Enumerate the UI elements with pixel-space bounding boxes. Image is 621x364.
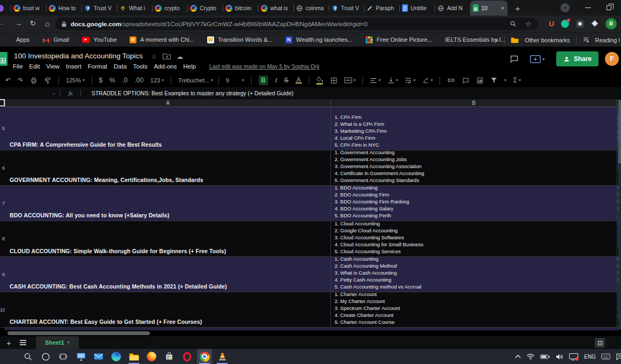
vertical-align-button[interactable]: ▾ (388, 77, 398, 84)
menu-format[interactable]: Format (88, 63, 107, 70)
cell-a[interactable]: BDO ACCOUNTING: All you need to know (+S… (5, 186, 331, 221)
tab-close-button[interactable]: × (501, 5, 505, 11)
browser-tab[interactable]: Paraph (364, 1, 399, 16)
browser-tab[interactable]: trust w (11, 1, 46, 16)
tray-expand-icon[interactable] (515, 354, 521, 359)
volume-icon[interactable] (555, 353, 564, 360)
taskbar-monitor-button[interactable] (73, 349, 88, 364)
decrease-decimal-button[interactable]: .0 (122, 77, 127, 84)
zoom-select[interactable]: 125%▾ (66, 77, 85, 84)
row-number[interactable]: 5 (0, 126, 5, 131)
browser-tab[interactable]: Add N (435, 1, 470, 16)
browser-tab[interactable]: bitcoin (223, 1, 258, 16)
taskbar-vlc-button[interactable] (215, 349, 230, 364)
battery-icon[interactable] (540, 354, 550, 360)
undo-button[interactable]: ↶ (5, 77, 11, 84)
taskbar-explorer-button[interactable] (126, 349, 141, 364)
menu-file[interactable]: File (13, 63, 23, 70)
insert-comment-button[interactable] (462, 77, 469, 84)
paint-format-button[interactable] (44, 77, 51, 84)
forward-button[interactable]: → (15, 19, 22, 27)
taskbar-firefox-button[interactable] (144, 349, 159, 364)
row-number[interactable]: 9 (0, 272, 5, 277)
browser-profile-avatar[interactable]: R (605, 18, 617, 29)
taskbar-mail-button[interactable] (91, 349, 106, 364)
bookmark-item[interactable]: Apps (16, 36, 29, 43)
row-number[interactable]: 7 (0, 201, 5, 206)
present-to-meeting-button[interactable]: ▾ (525, 52, 550, 66)
browser-tab[interactable]: crypto (152, 1, 187, 16)
borders-button[interactable] (330, 77, 337, 84)
reload-button[interactable]: ↻ (30, 19, 36, 27)
print-button[interactable] (30, 77, 37, 84)
window-restore-button[interactable] (607, 5, 611, 10)
bookmarks-overflow-button[interactable]: » (495, 36, 498, 44)
font-size-select[interactable]: 9▾ (226, 77, 244, 84)
taskbar-store-button[interactable] (162, 349, 177, 364)
text-wrap-button[interactable]: ▾ (405, 77, 415, 84)
text-rotation-button[interactable]: ▾ (422, 77, 433, 84)
comment-history-icon[interactable] (510, 55, 519, 63)
action-center-icon[interactable] (616, 353, 621, 361)
text-color-button[interactable]: A (296, 77, 302, 84)
row-number[interactable]: 6 (0, 165, 5, 171)
star-document-icon[interactable]: ☆ (151, 53, 157, 60)
bookmark-item[interactable]: Free Online Picture... (366, 36, 433, 43)
taskbar-chrome-button[interactable] (197, 349, 212, 364)
browser-tab[interactable]: Crypto (187, 1, 223, 16)
home-button[interactable]: ⌂ (45, 19, 49, 28)
browser-tab[interactable] (0, 1, 11, 16)
column-header-a[interactable]: A (5, 99, 331, 107)
font-select[interactable]: Trebuchet...▾ (178, 77, 211, 84)
cell-b[interactable]: 1. Charter Account2. My Charter Account3… (331, 292, 617, 327)
move-to-folder-icon[interactable] (163, 53, 171, 59)
language-indicator[interactable]: ENG (584, 354, 596, 360)
horizontal-align-button[interactable]: ▾ (370, 78, 381, 84)
menu-view[interactable]: View (46, 63, 59, 70)
increase-decimal-button[interactable]: .00 (134, 77, 143, 84)
cell-a[interactable]: CLOUD ACCOUNTING: Simple Walk-thorugh Gu… (5, 221, 331, 256)
cell-b[interactable]: 1. Cash Accounting2. Cash Accounting Met… (331, 257, 617, 292)
bookmark-item[interactable]: Gmail (42, 36, 69, 43)
screen-cast-icon[interactable] (569, 353, 579, 361)
bold-button[interactable]: B (259, 75, 268, 85)
menu-data[interactable]: Data (113, 63, 126, 70)
cell-b[interactable]: 1. BDO Accounting2. BDO Accounting Firm3… (331, 186, 617, 221)
browser-tab[interactable]: How to (46, 1, 81, 16)
row-number[interactable]: 10 (0, 307, 5, 313)
touch-keyboard-icon[interactable] (601, 353, 610, 360)
menu-insert[interactable]: Insert (66, 63, 81, 70)
wifi-icon[interactable] (526, 353, 535, 360)
bookmark-item[interactable]: NWealth.ng launches... (285, 36, 353, 43)
redo-button[interactable]: ↷ (18, 77, 23, 84)
strikethrough-button[interactable]: S (284, 77, 289, 84)
add-sheet-button[interactable]: + (6, 338, 11, 347)
cell-a[interactable]: CHARTER ACCOUNT: Best Easy Guide to Get … (5, 292, 331, 327)
explore-button[interactable] (595, 338, 605, 348)
cell-b[interactable]: 1. Government Accounting2. Government Ac… (331, 150, 617, 185)
cell-a[interactable]: GOVERNMENT ACCOUNTING: Meaning, Certific… (5, 150, 331, 185)
taskbar-search-button[interactable] (20, 349, 35, 364)
horizontal-scrollbar[interactable] (7, 331, 150, 335)
insert-chart-button[interactable] (476, 77, 483, 84)
taskbar-cortana-button[interactable] (38, 349, 53, 364)
column-header-b[interactable]: B (331, 99, 617, 107)
more-formats-button[interactable]: 123▾ (150, 77, 164, 84)
browser-tab[interactable]: coinma (293, 1, 329, 16)
bookmark-item[interactable]: YouTube (82, 36, 117, 43)
cell-a[interactable]: CASH ACCOUNTING: Best Cash Accounting Me… (5, 257, 331, 292)
user-avatar[interactable]: F (605, 52, 619, 66)
menu-edit[interactable]: Edit (29, 63, 40, 70)
fill-color-button[interactable] (316, 76, 323, 85)
insert-link-button[interactable] (447, 77, 455, 84)
row-number[interactable]: 8 (0, 236, 5, 241)
bookmark-item[interactable]: WTransition Words &... (207, 36, 272, 43)
other-bookmarks-button[interactable]: Other bookmarks (525, 37, 570, 43)
ubersuggest-extension-icon[interactable]: U (549, 20, 554, 28)
document-title[interactable]: 100 Investopedia and Accounting Topics (14, 52, 143, 60)
sheet-tab-sheet1[interactable]: Sheet1 ▾ (36, 336, 79, 349)
zoom-icon[interactable] (510, 20, 517, 27)
all-sheets-menu-icon[interactable] (20, 340, 26, 345)
grammarly-extension-icon[interactable] (561, 20, 569, 28)
extensions-puzzle-icon[interactable] (591, 20, 599, 28)
